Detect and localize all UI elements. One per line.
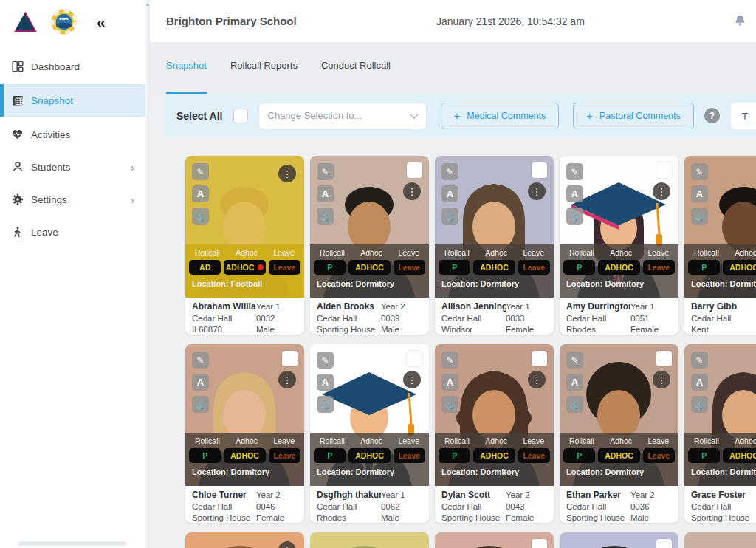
adhoc-status-badge[interactable]: ADHOC	[224, 448, 265, 463]
notes-icon[interactable]: ✎	[317, 163, 334, 180]
notes-icon[interactable]: ✎	[317, 352, 334, 369]
partial-right-button[interactable]: T	[731, 103, 756, 129]
attendance-letter-icon[interactable]: A	[566, 185, 583, 202]
attendance-letter-icon[interactable]: A	[192, 185, 209, 202]
notes-icon[interactable]: ✎	[566, 163, 583, 180]
pastoral-comments-button[interactable]: + Pastoral Comments	[573, 103, 694, 129]
adhoc-status-badge[interactable]: ADHOC	[348, 448, 390, 463]
leave-status-badge[interactable]: Leave	[394, 448, 425, 463]
tab-rollcall-reports[interactable]: Rollcall Reports	[230, 60, 298, 94]
anchor-icon[interactable]: ⚓	[441, 208, 458, 225]
card-menu-button[interactable]: ⋮	[403, 182, 421, 200]
leave-status-badge[interactable]: Leave	[643, 260, 675, 275]
leave-status-badge[interactable]: Leave	[643, 448, 675, 463]
rollcall-status-badge[interactable]: P	[189, 448, 221, 463]
anchor-icon[interactable]: ⚓	[566, 208, 583, 225]
rollcall-status-badge[interactable]: P	[563, 260, 595, 275]
chevron-right-icon[interactable]: ›	[131, 193, 134, 206]
student-checkbox[interactable]	[656, 162, 672, 178]
rollcall-status-badge[interactable]: AD	[189, 260, 221, 275]
notes-icon[interactable]: ✎	[441, 352, 458, 369]
card-menu-button[interactable]: ⋮	[403, 371, 421, 388]
adhoc-status-badge[interactable]: ADHOC	[473, 448, 515, 463]
student-checkbox[interactable]	[656, 539, 672, 548]
leave-status-badge[interactable]: Leave	[518, 448, 550, 463]
student-card[interactable]: ✎ A ⚓ ⋮ Rollcall Adhoc Leave P ADHOC	[684, 156, 756, 335]
anchor-icon[interactable]: ⚓	[691, 208, 708, 225]
sidebar-item-activities[interactable]: Activities	[0, 120, 145, 149]
rollcall-status-badge[interactable]: P	[314, 260, 346, 275]
adhoc-status-badge[interactable]: ADHOC	[598, 448, 639, 463]
sidebar-item-students[interactable]: Students ›	[0, 152, 145, 182]
card-menu-button[interactable]: ⋮	[528, 371, 546, 388]
leave-status-badge[interactable]: Leave	[518, 260, 550, 275]
student-card[interactable]: ✎ A ⚓ ⋮ Rollcall Adhoc Leave AD ADHOC	[185, 156, 304, 335]
leave-status-badge[interactable]: Leave	[394, 260, 425, 275]
student-card[interactable]: ✎ A ⚓ ⋮ Rollcall Adhoc Leave P ADHOC	[560, 344, 678, 523]
notes-icon[interactable]: ✎	[192, 163, 209, 180]
sidebar-item-dashboard[interactable]: Dashboard	[0, 52, 145, 81]
anchor-icon[interactable]: ⚓	[691, 396, 708, 413]
anchor-icon[interactable]: ⚓	[566, 396, 583, 413]
attendance-letter-icon[interactable]: A	[691, 185, 708, 202]
notes-icon[interactable]: ✎	[691, 163, 708, 180]
student-card-partial[interactable]	[684, 532, 756, 548]
sidebar-collapse-icon[interactable]: «	[97, 14, 106, 30]
attendance-letter-icon[interactable]: A	[691, 374, 708, 391]
student-checkbox[interactable]	[532, 351, 547, 366]
rollcall-status-badge[interactable]: P	[439, 448, 470, 463]
student-card-partial[interactable]: ⋮	[185, 532, 304, 548]
sidebar-item-settings[interactable]: Settings ›	[0, 185, 145, 214]
notes-icon[interactable]: ✎	[566, 352, 583, 369]
adhoc-status-badge[interactable]: ADHOC	[348, 260, 390, 275]
leave-status-badge[interactable]: Leave	[269, 260, 300, 275]
sidebar-item-snapshot[interactable]: Snapshot	[0, 84, 145, 117]
leave-status-badge[interactable]: Leave	[269, 448, 300, 463]
student-card[interactable]: ✎ A ⚓ ⋮ Rollcall Adhoc Leave P ADHOC	[435, 344, 554, 523]
sidebar-horizontal-scrollbar[interactable]	[18, 541, 127, 546]
medical-comments-button[interactable]: + Medical Comments	[441, 103, 560, 129]
anchor-icon[interactable]: ⚓	[317, 208, 334, 225]
student-checkbox[interactable]	[407, 162, 422, 178]
anchor-icon[interactable]: ⚓	[441, 396, 458, 413]
sidebar-item-leave[interactable]: Leave	[0, 217, 145, 247]
card-menu-button[interactable]: ⋮	[653, 182, 670, 200]
student-checkbox[interactable]	[656, 351, 672, 366]
card-menu-button[interactable]: ⋮	[653, 371, 670, 388]
notifications-bell-icon[interactable]	[734, 14, 746, 30]
attendance-letter-icon[interactable]: A	[317, 185, 334, 202]
notes-icon[interactable]: ✎	[441, 163, 458, 180]
adhoc-status-badge[interactable]: ADHOC	[473, 260, 515, 275]
rollcall-status-badge[interactable]: P	[688, 448, 720, 463]
card-menu-button[interactable]: ⋮	[528, 182, 546, 200]
card-menu-button[interactable]: ⋮	[278, 165, 296, 182]
student-checkbox[interactable]	[282, 351, 298, 366]
attendance-letter-icon[interactable]: A	[441, 185, 458, 202]
adhoc-status-badge[interactable]: ADHOC	[224, 260, 265, 275]
adhoc-status-badge[interactable]: ADHOC	[598, 260, 639, 275]
adhoc-status-badge[interactable]: ADHOC	[723, 260, 756, 275]
attendance-letter-icon[interactable]: A	[566, 374, 583, 391]
rollcall-status-badge[interactable]: P	[439, 260, 470, 275]
student-card-partial[interactable]	[435, 532, 554, 548]
student-card[interactable]: ✎ A ⚓ ⋮ Rollcall Adhoc Leave P ADHOC	[310, 344, 429, 523]
student-checkbox[interactable]	[407, 351, 422, 366]
change-selection-dropdown[interactable]: Change Selection to...	[258, 103, 427, 129]
notes-icon[interactable]: ✎	[691, 352, 708, 369]
notes-icon[interactable]: ✎	[192, 352, 209, 369]
student-checkbox[interactable]	[532, 162, 547, 178]
attendance-letter-icon[interactable]: A	[441, 374, 458, 391]
student-card[interactable]: ✎ A ⚓ ⋮ Rollcall Adhoc Leave P ADHOC	[684, 344, 756, 523]
tab-snapshot[interactable]: Snapshot	[166, 60, 207, 94]
adhoc-status-badge[interactable]: ADHOC	[723, 448, 756, 463]
attendance-letter-icon[interactable]: A	[317, 374, 334, 391]
anchor-icon[interactable]: ⚓	[192, 208, 209, 225]
student-card[interactable]: ✎ A ⚓ ⋮ Rollcall Adhoc Leave P ADHOC	[435, 156, 554, 335]
rollcall-status-badge[interactable]: P	[314, 448, 346, 463]
rollcall-status-badge[interactable]: P	[688, 260, 720, 275]
student-card-partial[interactable]	[310, 532, 429, 548]
chevron-right-icon[interactable]: ›	[131, 161, 134, 174]
student-card[interactable]: ✎ A ⚓ ⋮ Rollcall Adhoc Leave P ADHOC	[310, 156, 429, 335]
anchor-icon[interactable]: ⚓	[317, 396, 334, 413]
card-menu-button[interactable]: ⋮	[278, 371, 296, 388]
